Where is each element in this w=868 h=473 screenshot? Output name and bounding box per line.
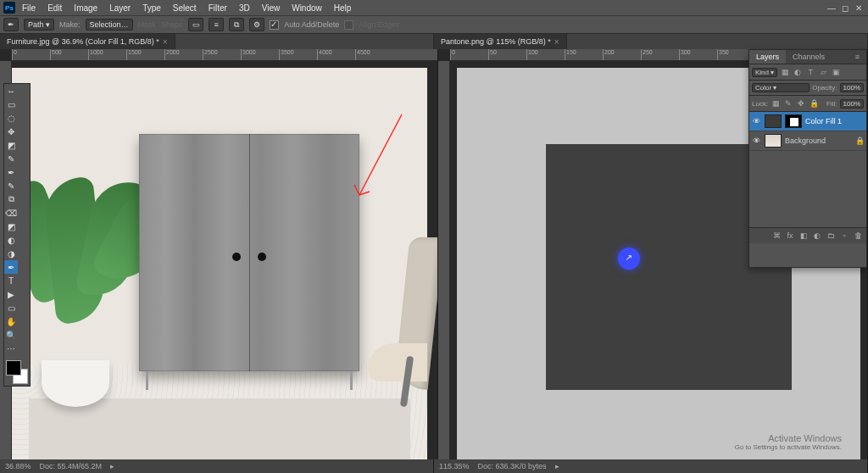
make-mask-button[interactable]: Mask	[138, 20, 157, 29]
menu-type[interactable]: Type	[137, 3, 166, 13]
path-alignment-icon[interactable]: ≡	[209, 18, 224, 31]
marquee-tool-icon[interactable]: ▭	[4, 97, 18, 111]
canvas-left[interactable]	[12, 61, 437, 473]
menu-edit[interactable]: Edit	[42, 3, 67, 13]
auto-add-delete-checkbox[interactable]	[270, 20, 279, 30]
type-tool-icon[interactable]: T	[4, 274, 18, 287]
menu-image[interactable]: Image	[69, 3, 103, 13]
quick-select-tool-icon[interactable]: ✥	[4, 125, 18, 138]
path-mode-select[interactable]: Path ▾	[24, 19, 54, 31]
dodge-tool-icon[interactable]: ◑	[4, 247, 18, 260]
panel-menu-icon[interactable]: ≡	[849, 50, 866, 64]
crop-tool-icon[interactable]: ◩	[4, 138, 18, 152]
lock-position-icon[interactable]: ✥	[796, 98, 806, 109]
menu-file[interactable]: File	[17, 3, 41, 13]
layer-row-background[interactable]: 👁 Background 🔒	[749, 131, 866, 151]
menu-bar: Ps File Edit Image Layer Type Select Fil…	[0, 0, 868, 15]
blur-tool-icon[interactable]: ◐	[4, 233, 18, 247]
menu-help[interactable]: Help	[329, 3, 357, 13]
blend-mode-select[interactable]: Color ▾	[752, 83, 810, 92]
doc-size-right[interactable]: Doc: 636.3K/0 bytes	[478, 462, 547, 470]
menu-window[interactable]: Window	[287, 3, 327, 13]
window-close-icon[interactable]: ✕	[853, 2, 865, 14]
layer-mask-thumbnail[interactable]	[785, 114, 802, 128]
layer-thumbnail[interactable]	[765, 114, 782, 128]
status-disclosure-icon[interactable]: ▸	[110, 462, 114, 470]
ruler-vertical[interactable]	[438, 61, 450, 473]
path-options-gear-icon[interactable]: ⚙	[249, 18, 264, 31]
spot-heal-tool-icon[interactable]: ✒	[4, 165, 18, 179]
visibility-toggle-icon[interactable]: 👁	[751, 136, 761, 146]
layer-name: Background	[785, 136, 826, 145]
gradient-tool-icon[interactable]: ◩	[4, 220, 18, 233]
layers-panel[interactable]: Layers Channels ≡ Kind ▾ ▦ ◐ T ▱ ▣ Color…	[748, 49, 867, 268]
path-arrangement-icon[interactable]: ⧉	[229, 18, 244, 31]
layer-filter-kind[interactable]: Kind ▾	[752, 68, 777, 77]
lock-pixels-icon[interactable]: ✎	[783, 98, 793, 109]
color-swatches[interactable]	[4, 359, 30, 386]
document-view-right: 0 50 100 150 200 250 300 350 400 450 Pat…	[438, 49, 868, 473]
foreground-color-swatch[interactable]	[6, 360, 21, 376]
clone-tool-icon[interactable]: ⧉	[4, 192, 18, 206]
visibility-toggle-icon[interactable]: 👁	[751, 116, 761, 126]
layer-thumbnail[interactable]	[765, 134, 782, 147]
eyedropper-tool-icon[interactable]: ✎	[4, 152, 18, 165]
document-tab-left[interactable]: Furniture.jpg @ 36.9% (Color Fill 1, RGB…	[0, 34, 175, 49]
zoom-level-right[interactable]: 115.35%	[439, 462, 470, 470]
lock-all-icon[interactable]: 🔒	[809, 98, 819, 109]
lasso-tool-icon[interactable]: ◌	[4, 111, 18, 125]
menu-layer[interactable]: Layer	[104, 3, 136, 13]
filter-type-icon[interactable]: T	[805, 67, 815, 77]
close-tab-icon[interactable]: ×	[554, 37, 559, 47]
layer-style-icon[interactable]: fx	[785, 231, 795, 241]
filter-smart-icon[interactable]: ▣	[831, 67, 841, 77]
document-tab-right[interactable]: Pantone.png @ 115% (RGB/8) * ×	[434, 34, 567, 49]
layer-mask-icon[interactable]: ◧	[798, 231, 809, 241]
lock-transparency-icon[interactable]: ▦	[771, 98, 781, 109]
menu-3d[interactable]: 3D	[234, 3, 255, 13]
zoom-level-left[interactable]: 36.88%	[5, 462, 31, 470]
close-tab-icon[interactable]: ×	[163, 37, 168, 47]
adjustment-layer-icon[interactable]: ◐	[812, 231, 822, 241]
edit-toolbar-icon[interactable]: ⋯	[4, 342, 18, 355]
new-layer-icon[interactable]: ▫	[839, 231, 849, 241]
brush-tool-icon[interactable]: ✎	[4, 179, 18, 192]
layer-row-colorfill[interactable]: 👁 Color Fill 1	[749, 112, 866, 131]
channels-tab[interactable]: Channels	[786, 50, 832, 64]
tools-panel[interactable]: ↔ ▭ ◌ ✥ ◩ ✎ ✒ ✎ ⧉ ⌫ ◩ ◐ ◑ ✒ T ▶ ▭ ✋ 🔍 ⋯	[3, 83, 31, 387]
status-disclosure-icon[interactable]: ▸	[555, 462, 559, 470]
menu-select[interactable]: Select	[168, 3, 202, 13]
layers-tab[interactable]: Layers	[749, 50, 786, 64]
move-tool-icon[interactable]: ↔	[4, 84, 18, 97]
link-layers-icon[interactable]: ⌘	[771, 231, 782, 241]
make-selection-button[interactable]: Selection…	[86, 19, 133, 31]
layers-panel-footer: ⌘ fx ◧ ◐ 🗀 ▫ 🗑	[749, 227, 866, 243]
doc-size-left[interactable]: Doc: 55.4M/65.2M	[40, 462, 103, 470]
align-edges-checkbox[interactable]	[344, 20, 353, 30]
fill-value[interactable]: 100%	[840, 99, 864, 109]
delete-layer-icon[interactable]: 🗑	[853, 231, 863, 241]
furniture-image	[12, 68, 427, 473]
hand-tool-icon[interactable]: ✋	[4, 314, 18, 328]
shape-tool-icon[interactable]: ▭	[4, 301, 18, 314]
window-minimize-icon[interactable]: —	[826, 2, 837, 14]
opacity-value[interactable]: 100%	[840, 83, 864, 92]
filter-pixel-icon[interactable]: ▦	[780, 67, 790, 77]
path-operations-icon[interactable]: ▭	[188, 18, 203, 31]
make-shape-button[interactable]: Shape	[161, 20, 183, 29]
window-maximize-icon[interactable]: ◻	[839, 2, 851, 14]
menu-view[interactable]: View	[257, 3, 286, 13]
cabinet	[139, 134, 359, 371]
path-select-tool-icon[interactable]: ▶	[4, 287, 18, 301]
tool-preset-icon[interactable]: ✒	[3, 18, 19, 31]
menu-filter[interactable]: Filter	[203, 3, 232, 13]
cabinet-knob	[232, 253, 241, 261]
zoom-tool-icon[interactable]: 🔍	[4, 328, 18, 342]
pen-tool-icon[interactable]: ✒	[4, 260, 18, 274]
ruler-horizontal[interactable]: 0 500 1000 1500 2000 2500 3000 3500 4000…	[12, 49, 437, 61]
group-icon[interactable]: 🗀	[826, 231, 836, 241]
fill-label: Fill:	[826, 100, 837, 108]
filter-adjust-icon[interactable]: ◐	[793, 67, 803, 77]
filter-shape-icon[interactable]: ▱	[818, 67, 828, 77]
eraser-tool-icon[interactable]: ⌫	[4, 206, 18, 220]
